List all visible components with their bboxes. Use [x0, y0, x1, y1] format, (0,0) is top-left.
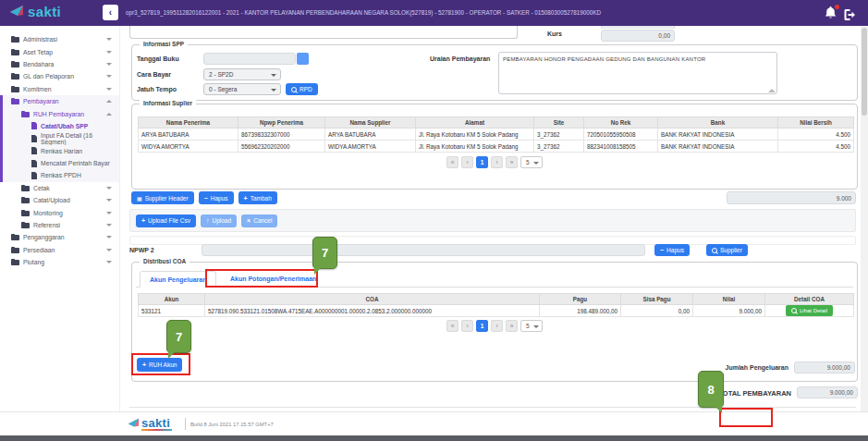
page-first-button[interactable]: « — [446, 156, 458, 168]
logout-icon[interactable] — [844, 7, 857, 18]
calendar-icon[interactable] — [297, 53, 309, 65]
sidebar-item-cetak[interactable]: Cetak — [0, 182, 119, 194]
cell-nilai-bersih: 4.500 — [778, 141, 854, 153]
supplier-pagination: «‹1›»5 — [132, 156, 857, 168]
informasi-suplier-legend: Informasi Suplier — [140, 100, 196, 106]
sidebar-item-administrasi[interactable]: Administrasi — [0, 33, 119, 45]
sidebar-item-monitoring[interactable]: Monitoring — [0, 206, 119, 218]
sidebar-item-label: Renkas PPDH — [41, 172, 81, 178]
cara-bayar-select[interactable]: 2 - SP2D — [203, 68, 281, 80]
column-header-nilai-bersih: Nilai Bersih — [778, 117, 854, 129]
sidebar-item-ruh-pembayaran[interactable]: RUH Pembayaran — [0, 107, 119, 119]
cell-nama-supplier: WIDYA AMORTYA — [325, 141, 416, 153]
uraian-pembayaran-label: Uraian Pembayaran — [430, 55, 490, 62]
ruh-akun-button[interactable]: RUH Akun — [137, 358, 182, 372]
tambah-supplier-button[interactable]: Tambah — [238, 191, 277, 204]
notification-badge — [835, 5, 839, 9]
sidebar-item-bendahara[interactable]: Bendahara — [0, 58, 119, 70]
column-header-nilai: Nilai — [693, 294, 765, 305]
hapus-supplier-button[interactable]: Hapus — [199, 191, 234, 204]
tab-akun-potongan-penerimaan[interactable]: Akun Potongan/Penerimaan — [221, 271, 325, 288]
upload-file-csv-button[interactable]: Upload File Csv — [136, 214, 196, 227]
chevron-down-icon — [106, 236, 112, 241]
tab-akun-pengeluaran[interactable]: Akun Pengeluaran — [140, 271, 216, 288]
coa-pagination: «‹1›»5 — [132, 320, 857, 332]
sidebar-item-label: GL dan Pelaporan — [23, 73, 74, 80]
sidebar-item-persediaan[interactable]: Persediaan — [0, 244, 119, 256]
cell-akun: 533121 — [139, 305, 205, 317]
page-next-button[interactable]: › — [491, 320, 503, 332]
sidebar-menu: AdministrasiAset TetapBendaharaGL dan Pe… — [0, 26, 120, 411]
sakti-footer-logo-icon — [128, 418, 140, 429]
jatuh-tempo-select[interactable]: 0 - Segera — [203, 83, 281, 95]
distribusi-coa-section: Distribusi COA Akun Pengeluaran Akun Pot… — [131, 262, 858, 382]
kurs-upper-input-remnant — [601, 26, 675, 29]
column-header-coa: COA — [205, 294, 540, 305]
tanggal-buku-input[interactable] — [203, 53, 296, 65]
sidebar-item-mencatat-perintah-bayar[interactable]: Mencatat Perintah Bayar — [0, 157, 119, 169]
cell-bank: BANK RAKYAT INDONESIA — [658, 141, 778, 153]
page-last-button[interactable]: » — [506, 156, 518, 168]
npwp2-input[interactable] — [202, 244, 645, 256]
sidebar-item-renkas-ppdh[interactable]: Renkas PPDH — [0, 169, 119, 181]
cell-npwp-penerima: 867398332307000 — [238, 129, 325, 141]
session-title: opr3_527819_199511282016122001 - 2021 - … — [126, 9, 601, 16]
rpd-button-label: RPD — [300, 86, 312, 92]
page-prev-button[interactable]: ‹ — [461, 156, 473, 168]
cell-npwp-penerima: 556962320202000 — [238, 141, 325, 153]
page-last-button[interactable]: » — [506, 320, 518, 332]
cell-alamat: Jl. Raya Kotobaru KM 5 Solok Padang — [416, 129, 534, 141]
page-first-button[interactable]: « — [446, 320, 458, 332]
total-pembayaran-input: 9.000,00 — [797, 386, 858, 398]
sidebar-item-penganggaran[interactable]: Penganggaran — [0, 231, 119, 243]
supplier-header-button[interactable]: Supplier Header — [131, 191, 194, 204]
notifications-bell-icon[interactable] — [825, 6, 837, 19]
sidebar-item-pembayaran[interactable]: Pembayaran — [0, 95, 119, 107]
sidebar-item-input-fa-detail-16-segmen[interactable]: Input FA Detail (16 Segmen) — [0, 132, 119, 144]
sidebar-item-aset-tetap[interactable]: Aset Tetap — [0, 45, 119, 57]
sidebar-item-label: Cetak — [33, 185, 50, 191]
column-header-nama-penerima: Nama Penerima — [139, 117, 238, 129]
file-icon — [31, 172, 37, 179]
jatuh-tempo-value: 0 - Segera — [209, 86, 237, 92]
npwp2-supplier-button[interactable]: Supplier — [706, 244, 748, 256]
sidebar-item-catat-upload[interactable]: Catat/Upload — [0, 194, 119, 206]
lihat-detail-button[interactable]: Lihat Detail — [786, 305, 833, 316]
sakti-logo-text: sakti — [28, 4, 61, 19]
folder-icon — [11, 98, 19, 104]
cara-bayar-value: 2 - SP2D — [209, 71, 233, 78]
sidebar-item-piutang[interactable]: Piutang — [0, 256, 119, 268]
npwp2-hapus-button[interactable]: Hapus — [654, 244, 690, 256]
page-number-button[interactable]: 1 — [476, 156, 488, 168]
sidebar-item-label: Referensi — [33, 222, 60, 228]
supplier-table: Nama PenerimaNpwp PenerimaNama SupplierA… — [138, 116, 854, 153]
annotation-step-8-badge: 8 — [698, 371, 724, 408]
tanggal-buku-label: Tanggal Buku — [137, 55, 179, 62]
page-size-select[interactable]: 5 — [520, 156, 543, 168]
cancel-upload-button[interactable]: Cancel — [241, 214, 277, 227]
chevron-down-icon — [106, 224, 112, 229]
truncated-top-input[interactable] — [129, 26, 518, 39]
sakti-logo: sakti — [9, 4, 61, 19]
scrollbar-thumb[interactable] — [862, 28, 867, 116]
cell-nama-penerima: WIDYA AMORTYA — [139, 141, 238, 153]
plus-icon — [141, 217, 145, 224]
uraian-pembayaran-textarea[interactable]: PEMBAYARAN HONOR PENGADAAN GEDUNG DAN BA… — [498, 52, 777, 94]
folder-icon — [21, 111, 30, 117]
sidebar-item-referensi[interactable]: Referensi — [0, 219, 119, 231]
collapse-sidebar-button[interactable]: ‹ — [103, 5, 118, 20]
sidebar-item-renkas-harian[interactable]: Renkas Harian — [0, 145, 119, 157]
page-next-button[interactable]: › — [491, 156, 503, 168]
page-prev-button[interactable]: ‹ — [461, 320, 473, 332]
vertical-scrollbar[interactable] — [861, 26, 868, 435]
upload-button[interactable]: Upload — [201, 214, 237, 227]
npwp2-supplier-label: Supplier — [720, 247, 742, 253]
rpd-button[interactable]: RPD — [286, 83, 318, 95]
sakti-app: sakti ‹ opr3_527819_199511282016122001 -… — [0, 0, 868, 441]
sidebar-item-komitmen[interactable]: Komitmen — [0, 83, 119, 95]
sidebar-item-gl-dan-pelaporan[interactable]: GL dan Pelaporan — [0, 70, 119, 82]
page-number-button[interactable]: 1 — [476, 320, 488, 332]
sidebar-item-catat-ubah-spp[interactable]: Catat/Ubah SPP — [0, 120, 119, 132]
cell-pagu: 198.489.000,00 — [540, 305, 621, 317]
page-size-select[interactable]: 5 — [520, 320, 543, 332]
